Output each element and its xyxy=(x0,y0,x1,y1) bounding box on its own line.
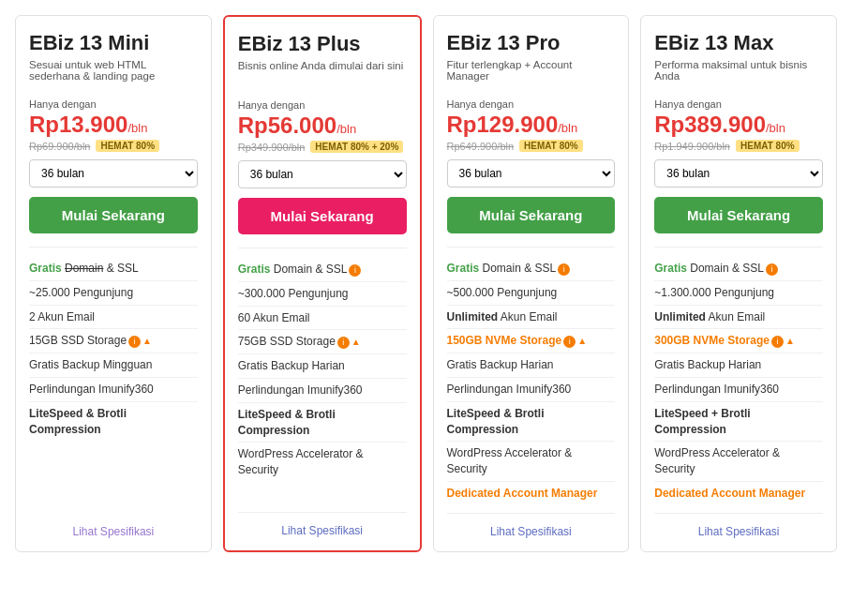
feature-item: LiteSpeed & Brotli Compression xyxy=(238,403,407,443)
feature-item: Gratis Backup Harian xyxy=(238,354,407,379)
price-original-pro: Rp649.900/bln xyxy=(447,141,515,152)
feature-item: Gratis Domain & SSLi xyxy=(238,258,407,282)
plan-title-mini: EBiz 13 Mini xyxy=(29,31,198,55)
feature-item: Gratis Backup Mingguan xyxy=(29,353,198,378)
feature-item: Perlindungan Imunify360 xyxy=(654,378,823,402)
feature-item: ~300.000 Pengunjung xyxy=(238,282,407,307)
feature-item: Gratis Backup Harian xyxy=(654,353,823,378)
feature-item: LiteSpeed & Brotli Compression xyxy=(29,402,198,442)
price-main-plus: Rp56.000/bln xyxy=(238,113,407,139)
feature-item: Perlindungan Imunify360 xyxy=(238,379,407,403)
features-list-plus: Gratis Domain & SSLi~300.000 Pengunjung6… xyxy=(238,248,407,504)
spec-link-mini[interactable]: Lihat Spesifikasi xyxy=(29,518,198,551)
start-button-mini[interactable]: Mulai Sekarang xyxy=(29,197,198,233)
price-label-pro: Hanya dengan xyxy=(447,98,616,110)
features-list-max: Gratis Domain & SSLi~1.300.000 Pengunjun… xyxy=(654,247,823,505)
dedicated-account-manager: Dedicated Account Manager xyxy=(447,487,598,500)
feature-item: Perlindungan Imunify360 xyxy=(29,378,198,402)
start-button-pro[interactable]: Mulai Sekarang xyxy=(447,197,616,233)
feature-item: Gratis Backup Harian xyxy=(447,353,616,378)
price-label-plus: Hanya dengan xyxy=(238,99,407,111)
plan-title-pro: EBiz 13 Pro xyxy=(447,31,616,55)
info-icon[interactable]: i xyxy=(563,336,575,348)
features-list-mini: Gratis Domain & SSL~25.000 Pengunjung2 A… xyxy=(29,247,198,518)
plan-card-pro: EBiz 13 ProFitur terlengkap + Account Ma… xyxy=(433,15,630,552)
feature-item: LiteSpeed & Brotli Compression xyxy=(447,402,616,443)
price-label-mini: Hanya dengan xyxy=(29,98,198,110)
plan-card-mini: EBiz 13 MiniSesuai untuk web HTML sederh… xyxy=(15,15,212,552)
plan-card-max: EBiz 13 MaxPerforma maksimal untuk bisni… xyxy=(640,15,837,552)
feature-item: 75GB SSD Storagei ▲ xyxy=(238,330,407,354)
feature-item: ~500.000 Pengunjung xyxy=(447,281,616,306)
features-list-pro: Gratis Domain & SSLi~500.000 PengunjungU… xyxy=(447,247,616,505)
feature-item: Unlimited Akun Email xyxy=(447,306,616,330)
feature-item: Perlindungan Imunify360 xyxy=(447,378,616,402)
price-original-row-max: Rp1.949.900/blnHEMAT 80% xyxy=(654,140,823,152)
info-icon[interactable]: i xyxy=(349,264,361,277)
info-icon[interactable]: i xyxy=(766,263,778,276)
plan-card-plus: EBiz 13 PlusBisnis online Anda dimulai d… xyxy=(223,15,422,552)
start-button-plus[interactable]: Mulai Sekarang xyxy=(238,198,407,234)
period-select-max[interactable]: 36 bulan xyxy=(654,159,823,188)
price-original-plus: Rp349.900/bln xyxy=(238,142,306,153)
plan-title-plus: EBiz 13 Plus xyxy=(238,32,407,56)
feature-item: LiteSpeed + Brotli Compression xyxy=(654,402,823,443)
info-icon[interactable]: i xyxy=(771,336,784,348)
price-original-row-plus: Rp349.900/blnHEMAT 80% + 20% xyxy=(238,141,407,153)
price-label-max: Hanya dengan xyxy=(654,98,823,110)
price-original-mini: Rp69.900/bln xyxy=(29,141,90,152)
hemat-badge-max: HEMAT 80% xyxy=(736,140,800,152)
upgrade-icon: ▲ xyxy=(577,335,587,348)
upgrade-icon: ▲ xyxy=(785,335,795,348)
plan-title-max: EBiz 13 Max xyxy=(654,31,823,55)
info-icon[interactable]: i xyxy=(128,336,141,348)
feature-item: Unlimited Akun Email xyxy=(654,306,823,330)
feature-item: Gratis Domain & SSLi xyxy=(447,257,616,281)
plan-subtitle-plus: Bisnis online Anda dimulai dari sini xyxy=(238,60,407,90)
period-select-mini[interactable]: 36 bulan xyxy=(29,159,198,188)
feature-item: WordPress Accelerator & Security xyxy=(654,442,823,482)
info-icon[interactable]: i xyxy=(337,337,350,349)
plan-subtitle-max: Performa maksimal untuk bisnis Anda xyxy=(654,59,823,89)
feature-item: 60 Akun Email xyxy=(238,307,407,331)
spec-link-max[interactable]: Lihat Spesifikasi xyxy=(654,513,823,551)
info-icon[interactable]: i xyxy=(558,263,570,276)
spec-link-plus[interactable]: Lihat Spesifikasi xyxy=(238,512,407,550)
upgrade-icon: ▲ xyxy=(142,335,152,348)
period-select-plus[interactable]: 36 bulan xyxy=(238,160,407,188)
price-main-pro: Rp129.900/bln xyxy=(447,112,616,138)
feature-item: Dedicated Account Manager xyxy=(447,482,616,505)
start-button-max[interactable]: Mulai Sekarang xyxy=(654,197,823,233)
plans-container: EBiz 13 MiniSesuai untuk web HTML sederh… xyxy=(15,15,837,552)
plan-subtitle-pro: Fitur terlengkap + Account Manager xyxy=(447,59,616,89)
feature-item: Dedicated Account Manager xyxy=(654,482,823,505)
hemat-badge-plus: HEMAT 80% + 20% xyxy=(310,141,403,153)
upgrade-icon: ▲ xyxy=(351,336,361,349)
hemat-badge-pro: HEMAT 80% xyxy=(519,140,583,152)
feature-item: 150GB NVMe Storagei ▲ xyxy=(447,329,616,353)
feature-item: 15GB SSD Storagei ▲ xyxy=(29,329,198,353)
feature-item: WordPress Accelerator & Security xyxy=(447,442,616,482)
feature-item: Gratis Domain & SSLi xyxy=(654,257,823,281)
price-original-row-pro: Rp649.900/blnHEMAT 80% xyxy=(447,140,616,152)
feature-item: ~1.300.000 Pengunjung xyxy=(654,281,823,306)
price-main-max: Rp389.900/bln xyxy=(654,112,823,138)
period-select-pro[interactable]: 36 bulan xyxy=(447,159,616,188)
feature-item: ~25.000 Pengunjung xyxy=(29,281,198,306)
spec-link-pro[interactable]: Lihat Spesifikasi xyxy=(447,513,616,551)
feature-item: Gratis Domain & SSL xyxy=(29,257,198,281)
hemat-badge-mini: HEMAT 80% xyxy=(96,140,159,152)
dedicated-account-manager: Dedicated Account Manager xyxy=(654,487,805,500)
price-original-max: Rp1.949.900/bln xyxy=(654,141,730,152)
price-original-row-mini: Rp69.900/blnHEMAT 80% xyxy=(29,140,198,152)
plan-subtitle-mini: Sesuai untuk web HTML sederhana & landin… xyxy=(29,59,198,89)
feature-item: WordPress Accelerator & Security xyxy=(238,443,407,482)
feature-item: 300GB NVMe Storagei ▲ xyxy=(654,329,823,353)
price-main-mini: Rp13.900/bln xyxy=(29,112,198,138)
feature-item: 2 Akun Email xyxy=(29,306,198,330)
